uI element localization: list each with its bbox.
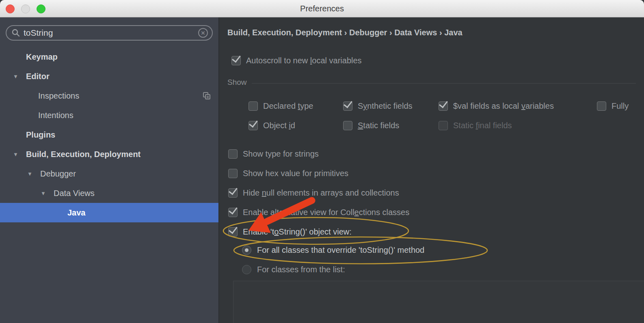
option-declared-type[interactable]: Declared type bbox=[249, 101, 343, 111]
option-show-type-strings[interactable]: Show type for strings bbox=[228, 148, 319, 159]
sidebar-item-java[interactable]: Java bbox=[0, 203, 218, 222]
settings-content: Build, Execution, Deployment › Debugger … bbox=[219, 17, 644, 323]
show-options-row-2: Object id Static fields Static final fie… bbox=[249, 121, 597, 130]
val-fields-checkbox[interactable] bbox=[439, 101, 448, 111]
option-static-final-fields: Static final fields bbox=[439, 121, 597, 130]
clear-search-icon[interactable]: ✕ bbox=[198, 28, 208, 38]
show-type-strings-checkbox[interactable] bbox=[228, 149, 238, 159]
minimize-button[interactable] bbox=[21, 4, 30, 13]
sidebar-item-build-execution-deployment[interactable]: ▼ Build, Execution, Deployment bbox=[0, 144, 218, 164]
settings-search-box[interactable]: ✕ bbox=[6, 25, 213, 41]
option-autoscroll[interactable]: Autoscroll to new local variables bbox=[231, 55, 362, 66]
classes-list[interactable] bbox=[233, 281, 644, 323]
object-id-checkbox[interactable] bbox=[249, 121, 258, 130]
section-divider bbox=[252, 83, 636, 84]
option-show-hex[interactable]: Show hex value for primitives bbox=[228, 168, 348, 179]
enable-tostring-checkbox[interactable] bbox=[228, 227, 238, 237]
option-val-fields[interactable]: $val fields as local variables bbox=[439, 101, 597, 111]
static-fields-checkbox[interactable] bbox=[343, 121, 352, 130]
chevron-down-icon[interactable]: ▼ bbox=[13, 73, 18, 80]
sidebar-item-editor[interactable]: ▼ Editor bbox=[0, 67, 218, 86]
sidebar-item-intentions[interactable]: Intentions bbox=[0, 106, 218, 125]
classes-from-list-radio[interactable] bbox=[242, 265, 251, 274]
traffic-lights bbox=[6, 0, 45, 17]
sidebar-item-inspections[interactable]: Inspections bbox=[0, 86, 218, 106]
show-hex-checkbox[interactable] bbox=[228, 169, 238, 178]
titlebar: Preferences bbox=[0, 0, 644, 17]
show-options-row-1: Declared type Synthetic fields $val fiel… bbox=[249, 101, 629, 111]
declared-type-checkbox[interactable] bbox=[249, 101, 258, 111]
close-button[interactable] bbox=[6, 4, 15, 13]
synthetic-fields-checkbox[interactable] bbox=[343, 101, 352, 111]
chevron-down-icon[interactable]: ▼ bbox=[41, 190, 46, 196]
sidebar-item-debugger[interactable]: ▼ Debugger bbox=[0, 164, 218, 183]
settings-tree: Keymap ▼ Editor Inspections Intentions bbox=[0, 47, 218, 222]
all-classes-radio[interactable] bbox=[242, 245, 251, 255]
option-object-id[interactable]: Object id bbox=[249, 121, 343, 130]
breadcrumb: Build, Execution, Deployment › Debugger … bbox=[227, 28, 462, 37]
window-title: Preferences bbox=[300, 4, 344, 13]
sidebar-item-keymap[interactable]: Keymap bbox=[0, 47, 218, 67]
option-all-classes-override[interactable]: For all classes that override 'toString(… bbox=[242, 244, 424, 256]
show-section-header: Show bbox=[227, 78, 636, 87]
option-synthetic-fields[interactable]: Synthetic fields bbox=[343, 101, 439, 111]
search-input[interactable] bbox=[24, 28, 198, 38]
enable-alternative-view-checkbox[interactable] bbox=[228, 208, 238, 217]
sidebar-item-plugins[interactable]: Plugins bbox=[0, 125, 218, 144]
zoom-button[interactable] bbox=[37, 4, 45, 13]
chevron-down-icon[interactable]: ▼ bbox=[13, 151, 18, 157]
sidebar-item-data-views[interactable]: ▼ Data Views bbox=[0, 183, 218, 203]
option-enable-alternative-view[interactable]: Enable alternative view for Collections … bbox=[228, 207, 409, 218]
static-final-fields-checkbox bbox=[439, 121, 448, 130]
option-enable-tostring-view[interactable]: Enable 'toString()' object view: bbox=[228, 226, 352, 237]
option-hide-null[interactable]: Hide null elements in arrays and collect… bbox=[228, 187, 399, 198]
option-static-fields[interactable]: Static fields bbox=[343, 121, 439, 130]
copy-icon bbox=[202, 91, 211, 100]
fully-qualified-checkbox[interactable] bbox=[597, 101, 606, 111]
chevron-down-icon[interactable]: ▼ bbox=[27, 171, 32, 177]
settings-sidebar: ✕ Keymap ▼ Editor Inspections bbox=[0, 17, 219, 323]
option-classes-from-list[interactable]: For classes from the list: bbox=[242, 264, 345, 275]
option-fully-qualified[interactable]: Fully bbox=[597, 101, 629, 111]
search-icon bbox=[11, 28, 20, 37]
autoscroll-checkbox[interactable] bbox=[231, 56, 241, 65]
hide-null-checkbox[interactable] bbox=[228, 188, 238, 198]
